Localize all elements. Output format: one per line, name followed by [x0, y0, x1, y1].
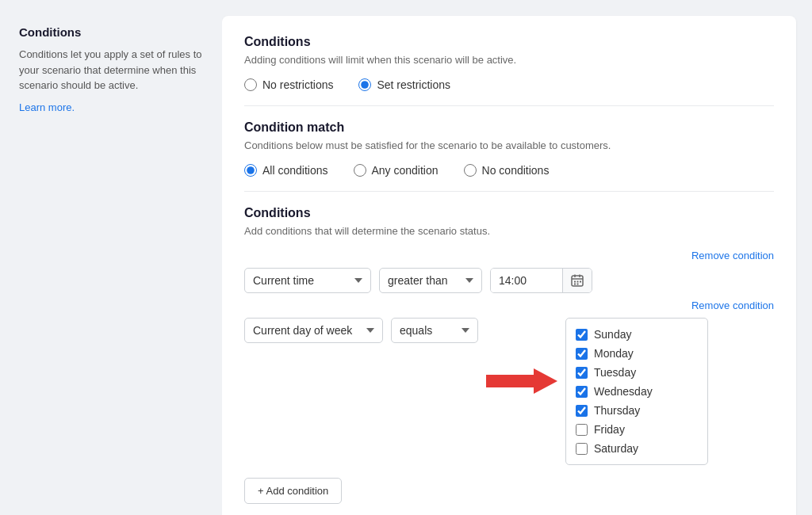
condition1-field-select[interactable]: Current time: [244, 268, 371, 293]
condition-match-title: Condition match: [244, 120, 774, 135]
day-wednesday[interactable]: Wednesday: [576, 382, 698, 401]
day-thursday[interactable]: Thursday: [576, 401, 698, 420]
saturday-checkbox[interactable]: [576, 443, 588, 455]
day-saturday[interactable]: Saturday: [576, 439, 698, 458]
calendar-icon-button[interactable]: [562, 269, 592, 292]
remove-condition-1-link[interactable]: Remove condition: [244, 250, 774, 261]
day-sunday[interactable]: Sunday: [576, 325, 698, 344]
tuesday-label: Tuesday: [594, 366, 636, 379]
wednesday-label: Wednesday: [594, 385, 653, 398]
conditions-card: Conditions Adding conditions will limit …: [222, 16, 796, 515]
set-restrictions-option[interactable]: Set restrictions: [358, 78, 450, 91]
monday-label: Monday: [594, 347, 634, 360]
monday-checkbox[interactable]: [576, 348, 588, 360]
main-content: Conditions Adding conditions will limit …: [222, 0, 812, 515]
set-restrictions-radio[interactable]: [358, 78, 371, 91]
condition-row-1: Current time greater than: [244, 268, 774, 293]
condition-match-desc: Conditions below must be satisfied for t…: [244, 139, 774, 151]
day-friday[interactable]: Friday: [576, 420, 698, 439]
all-conditions-option[interactable]: All conditions: [244, 164, 328, 177]
any-condition-label: Any condition: [372, 164, 439, 177]
time-input-wrapper: [490, 268, 592, 293]
no-restrictions-label: No restrictions: [262, 78, 333, 91]
condition-match-radio-group: All conditions Any condition No conditio…: [244, 164, 774, 177]
red-arrow-svg: [486, 365, 557, 397]
wednesday-checkbox[interactable]: [576, 386, 588, 398]
svg-rect-4: [574, 281, 576, 283]
divider-2: [244, 191, 774, 192]
days-checkboxes-box: Sunday Monday Tuesday Wednesday: [565, 318, 708, 465]
restrictions-radio-group: No restrictions Set restrictions: [244, 78, 774, 91]
sidebar-title: Conditions: [19, 25, 203, 39]
no-restrictions-radio[interactable]: [244, 78, 257, 91]
add-condition-button[interactable]: + Add condition: [244, 478, 342, 504]
conditions-section-title: Conditions: [244, 206, 774, 220]
svg-marker-9: [486, 368, 557, 394]
saturday-label: Saturday: [594, 442, 638, 455]
sidebar-description: Conditions let you apply a set of rules …: [19, 47, 203, 93]
condition2-field-select[interactable]: Current day of week: [244, 318, 383, 343]
time-input[interactable]: [491, 269, 562, 292]
thursday-label: Thursday: [594, 404, 640, 417]
no-conditions-radio[interactable]: [464, 164, 477, 177]
svg-rect-5: [577, 281, 579, 283]
conditions-section: Conditions Add conditions that will dete…: [244, 206, 774, 504]
any-condition-option[interactable]: Any condition: [354, 164, 439, 177]
any-condition-radio[interactable]: [354, 164, 366, 177]
calendar-icon: [571, 274, 584, 287]
condition-match-section: Condition match Conditions below must be…: [244, 120, 774, 177]
sunday-checkbox[interactable]: [576, 329, 588, 341]
thursday-checkbox[interactable]: [576, 405, 588, 417]
friday-checkbox[interactable]: [576, 424, 588, 436]
svg-rect-7: [574, 284, 576, 285]
friday-label: Friday: [594, 423, 625, 436]
divider-1: [244, 105, 774, 106]
conditions-section-desc: Add conditions that will determine the s…: [244, 225, 774, 237]
set-restrictions-label: Set restrictions: [377, 78, 450, 91]
condition-row-2: Current day of week equals Sunday: [244, 318, 774, 465]
sidebar: Conditions Conditions let you apply a se…: [0, 0, 222, 515]
no-restrictions-option[interactable]: No restrictions: [244, 78, 333, 91]
all-conditions-radio[interactable]: [244, 164, 257, 177]
all-conditions-label: All conditions: [262, 164, 328, 177]
top-section-title: Conditions: [244, 35, 774, 49]
tuesday-checkbox[interactable]: [576, 367, 588, 379]
condition2-operator-select[interactable]: equals: [391, 318, 478, 343]
no-conditions-option[interactable]: No conditions: [464, 164, 550, 177]
remove-condition-2-link[interactable]: Remove condition: [244, 299, 774, 311]
top-section-desc: Adding conditions will limit when this s…: [244, 54, 774, 66]
no-conditions-label: No conditions: [482, 164, 550, 177]
day-monday[interactable]: Monday: [576, 344, 698, 363]
svg-rect-6: [580, 281, 581, 283]
arrow-indicator: [486, 365, 557, 397]
top-conditions-section: Conditions Adding conditions will limit …: [244, 35, 774, 91]
condition1-operator-select[interactable]: greater than: [379, 268, 482, 293]
day-tuesday[interactable]: Tuesday: [576, 363, 698, 382]
sunday-label: Sunday: [594, 328, 631, 341]
svg-rect-8: [577, 284, 579, 285]
learn-more-link[interactable]: Learn more.: [19, 101, 75, 113]
